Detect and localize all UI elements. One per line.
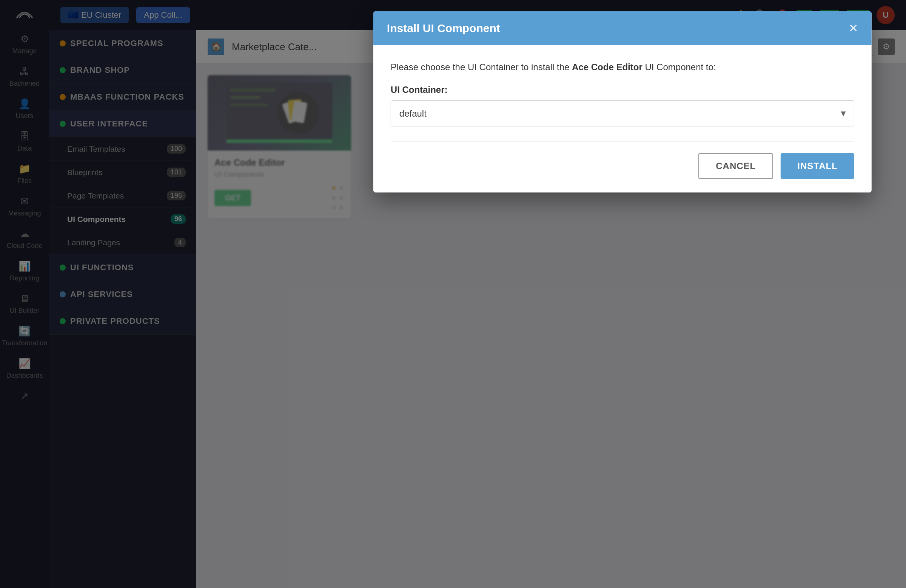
modal-description: Please choose the UI Container to instal…: [391, 61, 854, 74]
modal-desc-suffix: UI Component to:: [643, 62, 716, 72]
ui-container-select[interactable]: default: [391, 100, 854, 126]
modal-desc-prefix: Please choose the UI Container to instal…: [391, 62, 572, 72]
modal-overlay[interactable]: Install UI Component ✕ Please choose the…: [0, 0, 906, 588]
modal-container-label: UI Container:: [391, 84, 854, 95]
install-modal: Install UI Component ✕ Please choose the…: [373, 11, 872, 193]
modal-component-name: Ace Code Editor: [572, 62, 643, 72]
close-modal-button[interactable]: ✕: [849, 22, 858, 34]
modal-header: Install UI Component ✕: [373, 11, 872, 45]
modal-title: Install UI Component: [387, 22, 500, 35]
cancel-button[interactable]: CANCEL: [699, 153, 773, 179]
modal-divider: [391, 142, 854, 142]
install-button[interactable]: INSTALL: [781, 153, 854, 179]
modal-footer: CANCEL INSTALL: [391, 153, 854, 179]
modal-select-wrapper: default ▼: [391, 100, 854, 126]
modal-body: Please choose the UI Container to instal…: [373, 45, 872, 193]
